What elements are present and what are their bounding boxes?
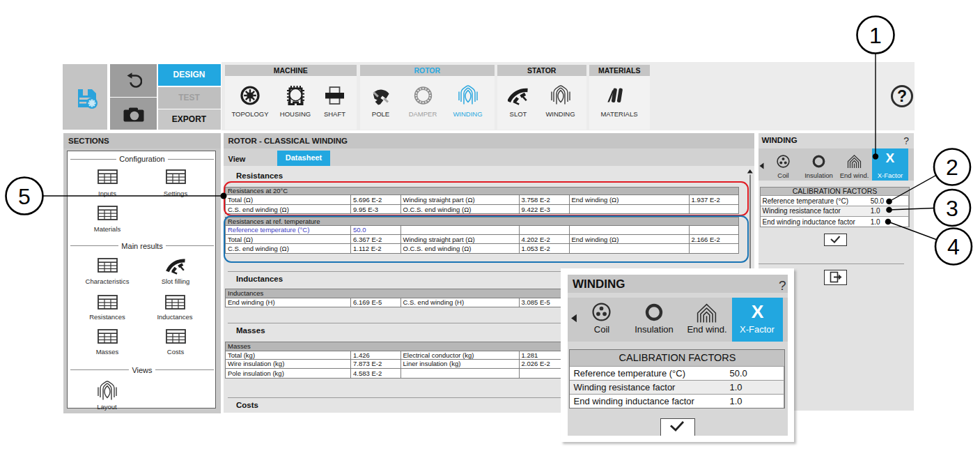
svg-text:4: 4 <box>947 234 960 259</box>
svg-text:1: 1 <box>869 23 882 48</box>
svg-text:2: 2 <box>946 155 958 180</box>
svg-text:5: 5 <box>18 184 31 209</box>
svg-text:3: 3 <box>946 196 958 221</box>
